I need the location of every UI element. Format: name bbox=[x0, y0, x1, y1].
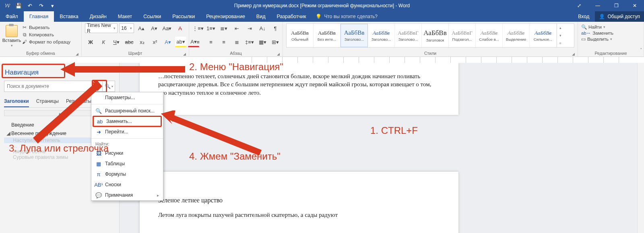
italic-button[interactable]: К bbox=[98, 37, 109, 47]
tab-layout[interactable]: Макет bbox=[112, 11, 138, 22]
clipboard-launcher[interactable]: ◢ bbox=[75, 52, 79, 56]
dd-tables[interactable]: ▦Таблицы bbox=[91, 158, 163, 169]
dd-comments[interactable]: 💬Примечания▸ bbox=[91, 190, 163, 200]
line-spacing-button[interactable]: ‡≡▾ bbox=[244, 37, 255, 47]
dd-replace[interactable]: abЗаменить... bbox=[93, 116, 162, 127]
nav-search-dropdown-button[interactable]: 🔍▾ bbox=[102, 81, 115, 91]
format-painter-button[interactable]: 🖌Формат по образцу bbox=[22, 39, 70, 45]
qat-undo-button[interactable]: ↶ bbox=[25, 1, 35, 10]
paste-icon bbox=[6, 25, 18, 37]
styles-gallery[interactable]: АаБбВвОбычный АаБбВвБез инте... АаБбВвЗа… bbox=[286, 23, 574, 48]
style-emphasis[interactable]: АаБбВвВыделение bbox=[503, 24, 530, 47]
tab-developer[interactable]: Разработчик bbox=[271, 11, 312, 22]
align-center-button[interactable]: ≡ bbox=[205, 37, 217, 47]
gear-icon bbox=[95, 94, 102, 101]
tab-design[interactable]: Дизайн bbox=[84, 11, 112, 22]
dd-options[interactable]: Параметры... bbox=[91, 92, 163, 103]
close-button[interactable]: ✕ bbox=[625, 0, 644, 11]
strike-button[interactable]: abc bbox=[124, 37, 135, 47]
tab-review[interactable]: Рецензирование bbox=[200, 11, 251, 22]
replace-button[interactable]: ab↔Заменить bbox=[581, 31, 640, 35]
tab-file[interactable]: Файл bbox=[0, 11, 24, 22]
dd-formulas[interactable]: πФормулы bbox=[91, 169, 163, 179]
shrink-font-button[interactable]: A▾ bbox=[149, 23, 160, 33]
style-heading3[interactable]: АаБбВвГЗаголово... bbox=[395, 24, 422, 47]
ribbon-options-button[interactable]: ⤢ bbox=[570, 0, 588, 11]
document-area[interactable]: …постепенно теплеет, солнечных дней стан… bbox=[120, 63, 644, 233]
nav-tab-headings[interactable]: Заголовки bbox=[4, 96, 29, 107]
grow-font-button[interactable]: A▴ bbox=[136, 23, 147, 33]
indent-inc-button[interactable]: ⇥ bbox=[244, 23, 255, 33]
page-1[interactable]: …постепенно теплеет, солнечных дней стан… bbox=[140, 63, 458, 115]
dd-advanced-find[interactable]: 🔍Расширенный поиск... bbox=[91, 106, 163, 116]
copy-button[interactable]: ⧉Копировать bbox=[22, 31, 70, 38]
nav-tab-results[interactable]: Результаты bbox=[66, 96, 91, 107]
qat-redo-button[interactable]: ↷ bbox=[36, 1, 46, 10]
style-heading1[interactable]: АаБбВвЗаголово... bbox=[341, 24, 368, 47]
collapse-ribbon-button[interactable]: ˄ bbox=[640, 48, 642, 53]
word-icon: 𝓦 bbox=[2, 1, 12, 10]
indent-dec-button[interactable]: ⇤ bbox=[231, 23, 242, 33]
page-2[interactable]: Зеленое летнее царство Летом луга покрыт… bbox=[140, 172, 458, 233]
align-left-button[interactable]: ≡ bbox=[192, 37, 204, 47]
tab-home[interactable]: Главная bbox=[24, 11, 54, 22]
find-button[interactable]: 🔍Найти▾ bbox=[581, 24, 640, 30]
show-marks-button[interactable]: ¶ bbox=[270, 23, 281, 33]
font-launcher[interactable]: ◢ bbox=[182, 52, 186, 56]
dd-footnotes[interactable]: AB¹Сноски bbox=[91, 179, 163, 190]
style-subtitle[interactable]: АаБбВвГПодзагол... bbox=[449, 24, 476, 47]
multilevel-button[interactable]: ≣▾ bbox=[218, 23, 229, 33]
tab-insert[interactable]: Вставка bbox=[54, 11, 84, 22]
restore-button[interactable]: ❐ bbox=[607, 0, 625, 11]
footnote-icon: AB¹ bbox=[95, 181, 102, 188]
nav-search-input[interactable] bbox=[4, 83, 102, 89]
qat-customize-button[interactable]: ▾ bbox=[47, 1, 57, 10]
bold-button[interactable]: Ж bbox=[85, 37, 96, 47]
select-button[interactable]: ▭Выделить▾ bbox=[581, 36, 640, 42]
tab-view[interactable]: Вид bbox=[251, 11, 271, 22]
minimize-button[interactable]: — bbox=[588, 0, 607, 11]
justify-button[interactable]: ≣ bbox=[231, 37, 242, 47]
goto-icon: ➜ bbox=[95, 129, 102, 135]
style-normal[interactable]: АаБбВвОбычный bbox=[287, 24, 314, 47]
annotation-1: 1. CTRL+F bbox=[370, 125, 418, 136]
text-effects-button[interactable]: A▾ bbox=[162, 37, 173, 47]
nav-search-box[interactable]: 🔍▾ bbox=[4, 81, 115, 92]
style-title[interactable]: АаБбВвЗаголовок bbox=[422, 24, 449, 47]
borders-button[interactable]: ⊞▾ bbox=[270, 37, 281, 47]
subscript-button[interactable]: x₂ bbox=[136, 37, 148, 47]
clear-format-button[interactable]: A̶ bbox=[174, 23, 186, 33]
paragraph-launcher[interactable]: ◢ bbox=[276, 52, 280, 56]
signin-link[interactable]: Вход bbox=[572, 14, 595, 19]
style-subtle[interactable]: АаБбВвСлабое в... bbox=[476, 24, 503, 47]
dd-goto[interactable]: ➜Перейти... bbox=[91, 127, 163, 137]
superscript-button[interactable]: x² bbox=[149, 37, 161, 47]
style-nospacing[interactable]: АаБбВвБез инте... bbox=[314, 24, 341, 47]
share-button[interactable]: 👤Общий доступ bbox=[595, 11, 644, 22]
font-size-combo[interactable]: 16▾ bbox=[119, 23, 134, 33]
change-case-button[interactable]: Aa▾ bbox=[161, 23, 173, 33]
body-paragraph: …постепенно теплеет, солнечных дней стан… bbox=[158, 72, 440, 97]
cut-button[interactable]: ✂Вырезать bbox=[22, 24, 70, 31]
underline-button[interactable]: Ч▾ bbox=[111, 37, 122, 47]
font-name-combo[interactable]: Times New R▾ bbox=[85, 23, 118, 33]
align-right-button[interactable]: ≡ bbox=[218, 37, 229, 47]
qat-save-button[interactable]: 💾 bbox=[14, 1, 23, 10]
style-strong[interactable]: АаБбВвСильное... bbox=[530, 24, 557, 47]
tab-references[interactable]: Ссылки bbox=[138, 11, 167, 22]
vertical-scrollbar[interactable] bbox=[637, 63, 644, 233]
styles-launcher[interactable]: ◢ bbox=[571, 52, 575, 56]
bullets-button[interactable]: ⋮≡▾ bbox=[192, 23, 204, 33]
shading-button[interactable]: ▦▾ bbox=[257, 37, 268, 47]
sort-button[interactable]: A↓ bbox=[257, 23, 268, 33]
annotation-4: 4. Жмем "Заменить" bbox=[189, 151, 281, 162]
style-heading2[interactable]: АаБбВвЗаголово... bbox=[368, 24, 395, 47]
numbering-button[interactable]: 1≡▾ bbox=[205, 23, 217, 33]
nav-tab-pages[interactable]: Страницы bbox=[36, 96, 59, 107]
tell-me-search[interactable]: 💡Что вы хотите сделать? bbox=[312, 11, 378, 22]
tab-mailings[interactable]: Рассылки bbox=[167, 11, 200, 22]
highlight-button[interactable]: ab▾ bbox=[175, 37, 186, 47]
table-icon: ▦ bbox=[95, 160, 102, 167]
styles-more-button[interactable]: ▴▾≡ bbox=[557, 24, 564, 47]
paste-button[interactable]: Вставить▾ bbox=[3, 23, 20, 48]
